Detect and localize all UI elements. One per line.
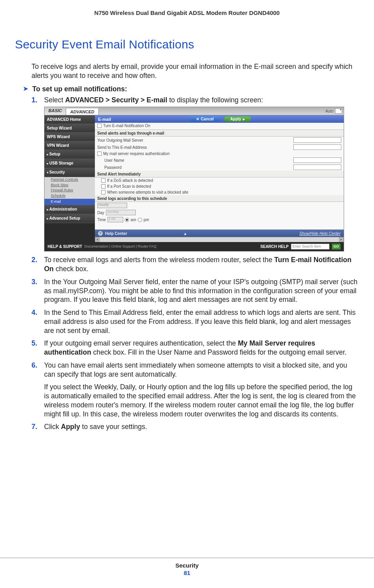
tab-basic[interactable]: BASIC: [44, 107, 66, 115]
portscan-checkbox[interactable]: [101, 184, 106, 189]
help-center-label: Help Center: [105, 231, 127, 236]
username-label: User Name: [104, 158, 124, 163]
step5-post: check box. Fill in the User Name and Pas…: [91, 348, 347, 356]
scrollbar-h[interactable]: ◂ ▸: [95, 237, 344, 242]
sidebar-administration[interactable]: Administration: [44, 205, 95, 214]
auth-label: My mail server requires authentication: [103, 152, 170, 156]
blocked-label: When someone attempts to visit a blocked…: [107, 190, 188, 194]
router-ui-screenshot: BASIC ADVANCED Auto ADVANCED Home Setup …: [44, 107, 344, 251]
go-button[interactable]: GO: [332, 244, 341, 250]
pm-label: pm: [144, 218, 149, 222]
sidebar-vpn-wizard[interactable]: VPN Wizard: [44, 141, 95, 150]
expand-up-icon[interactable]: ▲: [183, 231, 187, 236]
sendto-input[interactable]: [293, 144, 341, 150]
scroll-right-icon[interactable]: ▸: [339, 237, 344, 242]
am-radio[interactable]: [125, 218, 129, 222]
outgoing-label: Your Outgoing Mail Server: [97, 138, 143, 142]
sidebar-usb[interactable]: USB Storage: [44, 159, 95, 168]
cancel-button[interactable]: ✕Cancel: [190, 116, 220, 122]
dos-label: If a DoS attack is detected: [107, 178, 153, 183]
footer-section: Security: [0, 562, 374, 569]
section-send-alerts: Send alerts and logs through e-mail: [95, 130, 344, 137]
password-input[interactable]: [293, 165, 341, 170]
page-header: N750 Wireless Dual Band Gigabit ADSL Mod…: [15, 9, 359, 16]
sidebar-setup-wizard[interactable]: Setup Wizard: [44, 124, 95, 133]
footer-links[interactable]: Documentation | Online Support | Router …: [85, 245, 157, 249]
am-label: am: [131, 218, 136, 222]
outgoing-input[interactable]: [293, 137, 341, 143]
sidebar-setup[interactable]: Setup: [44, 150, 95, 159]
dos-checkbox[interactable]: [101, 178, 106, 183]
sidebar-schedule[interactable]: Schedule: [44, 193, 95, 199]
password-label: Password: [104, 165, 122, 170]
day-label: Day: [97, 211, 104, 215]
help-support-label: HELP & SUPPORT: [48, 244, 82, 249]
step1-post: to display the following screen:: [167, 96, 263, 104]
turn-on-label: Turn E-mail Notification On: [103, 124, 150, 128]
sidebar-wps-wizard[interactable]: WPS Wizard: [44, 133, 95, 141]
search-input[interactable]: Enter Search Item: [291, 244, 330, 250]
sidebar-block-sites[interactable]: Block Sites: [44, 183, 95, 188]
panel-title: E-mail: [98, 117, 111, 122]
step-4: In the Send to This Email Address field,…: [31, 308, 359, 335]
cancel-label: Cancel: [201, 117, 214, 121]
step7-bold: Apply: [61, 423, 80, 431]
step6-b: If you select the Weekly, Daily, or Hour…: [44, 383, 359, 418]
step2-pre: To receive email logs and alerts from th…: [44, 256, 274, 264]
blocked-checkbox[interactable]: [101, 190, 106, 194]
scroll-left-icon[interactable]: ◂: [95, 237, 100, 242]
help-toggle-link[interactable]: Show/Hide Help Center: [299, 231, 341, 236]
time-label: Time: [97, 218, 106, 222]
section-alert-immediately: Send Alert Immediately: [95, 171, 344, 178]
step7-pre: Click: [44, 423, 61, 431]
section-schedule: Send logs according to this schedule: [95, 195, 344, 202]
apply-button[interactable]: Apply▸: [224, 116, 251, 122]
step1-pre: Select: [44, 96, 65, 104]
sidebar-security[interactable]: Security: [44, 168, 95, 177]
schedule-select[interactable]: Hourly: [97, 203, 127, 208]
search-help-label: SEARCH HELP: [260, 244, 289, 249]
page-number: 81: [0, 570, 374, 576]
step-3: In the Your Outgoing Mail Server field, …: [31, 277, 359, 304]
turn-on-checkbox[interactable]: [97, 124, 102, 128]
auth-checkbox[interactable]: [97, 152, 102, 156]
step-7: Click Apply to save your settings.: [31, 422, 359, 431]
close-icon: ✕: [196, 117, 199, 121]
apply-label: Apply: [230, 117, 241, 121]
time-select[interactable]: 1:00: [107, 217, 123, 222]
step6-a: You can have email alerts sent immediate…: [44, 361, 347, 378]
username-input[interactable]: [293, 157, 341, 163]
sendto-label: Send to This E-mail Address: [97, 145, 147, 150]
sidebar-parental-controls[interactable]: Parental Controls: [44, 177, 95, 183]
day-select[interactable]: Sunday: [106, 210, 136, 215]
sidebar-firewall-rules[interactable]: Firewall Rules: [44, 188, 95, 193]
step-5: If your outgoing email server requires a…: [31, 339, 359, 357]
section-title: Security Event Email Notifications: [15, 38, 359, 51]
arrow-right-icon: ▸: [243, 117, 245, 121]
sidebar: ADVANCED Home Setup Wizard WPS Wizard VP…: [44, 115, 95, 242]
sidebar-email[interactable]: E-mail: [44, 199, 95, 205]
step-2: To receive email logs and alerts from th…: [31, 255, 359, 274]
step5-pre: If your outgoing email server requires a…: [44, 339, 238, 347]
auto-label: Auto: [325, 109, 333, 113]
step-6: You can have email alerts sent immediate…: [31, 361, 359, 419]
step-1: Select ADVANCED > Security > E-mail to d…: [31, 96, 359, 252]
arrow-icon: ➤: [23, 85, 28, 93]
sidebar-advanced-home[interactable]: ADVANCED Home: [44, 115, 95, 124]
step1-path: ADVANCED > Security > E-mail: [65, 96, 167, 104]
intro-text: To receive logs and alerts by email, pro…: [31, 62, 359, 80]
tab-advanced[interactable]: ADVANCED: [66, 108, 99, 115]
step7-post: to save your settings.: [80, 423, 147, 431]
help-icon: ?: [98, 231, 103, 236]
step2-post: check box.: [54, 265, 89, 273]
sidebar-advanced-setup[interactable]: Advanced Setup: [44, 214, 95, 223]
portscan-label: If a Port Scan is detected: [107, 184, 151, 189]
auto-select[interactable]: [335, 108, 342, 114]
pm-radio[interactable]: [138, 218, 142, 222]
procedure-heading: To set up email notifications:: [32, 85, 127, 93]
